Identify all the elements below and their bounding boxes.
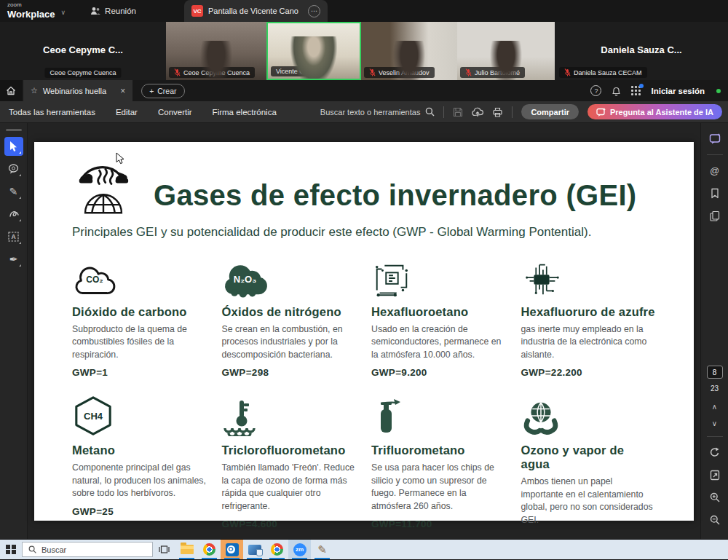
ai-chat-icon (596, 108, 606, 117)
gas-card-hexafluoruro: Hexafluoruro de azufre gas inerte muy em… (521, 257, 657, 378)
file-explorer-button[interactable] (175, 540, 198, 559)
ai-sparkle-chat-icon (709, 133, 721, 144)
next-page-button[interactable]: ∨ (705, 417, 724, 430)
at-comment-icon: @ (710, 165, 719, 176)
outlook-icon (226, 543, 239, 556)
participant-tile[interactable]: Veselin Arnaudov (361, 22, 457, 80)
draw-tool-button[interactable] (4, 205, 23, 224)
mic-muted-icon (174, 68, 181, 76)
participant-tile[interactable]: Julio Bartolomé (457, 22, 555, 80)
zoom-out-icon (710, 515, 720, 525)
acrobat-toolbar: Todas las herramientas Editar Convertir … (0, 101, 728, 123)
zoom-app-button[interactable]: zm (288, 540, 311, 559)
gas-title: Hexafluoruro de azufre (521, 305, 657, 319)
close-tab-icon[interactable]: × (120, 86, 125, 96)
previous-page-button[interactable]: ∧ (705, 400, 724, 413)
select-tool-button[interactable] (4, 137, 23, 156)
acrobat-tab-bar: ☆ Webinarios huella × + Crear ? Iniciar … (0, 80, 728, 101)
workplace-logo-text: Workplace (7, 9, 55, 20)
tab-options-icon[interactable]: ⋯ (308, 5, 320, 17)
edit-text-tool-button[interactable]: A (4, 227, 23, 246)
remote-desktop-button[interactable] (243, 540, 266, 559)
print-icon[interactable] (492, 107, 503, 117)
meeting-tab[interactable]: Reunión (90, 7, 136, 15)
participant-tile-active-speaker[interactable]: Vicente Cano (266, 22, 361, 80)
ch4-formula: CH4 (84, 411, 103, 422)
star-icon[interactable]: ☆ (31, 86, 38, 95)
gas-description: Subproducto de la quema de combustibles … (72, 323, 207, 361)
outlook-button[interactable] (221, 540, 243, 559)
menu-all-tools[interactable]: Todas las herramientas (9, 108, 95, 117)
rail-drag-handle[interactable] (6, 129, 22, 131)
start-button[interactable] (0, 540, 22, 559)
current-page-input[interactable]: 8 (707, 366, 723, 379)
greenhouse-effect-icon (72, 162, 135, 215)
taskbar-search-input[interactable]: Buscar (22, 542, 153, 557)
create-button[interactable]: + Crear (141, 84, 184, 98)
chrome-button[interactable] (198, 540, 221, 559)
gas-card-co2: CO₂ Dióxido de carbono Subproducto de la… (72, 257, 207, 378)
chevron-down-icon[interactable]: ∨ (61, 9, 66, 16)
gwp-value: GWP=22.200 (521, 367, 657, 378)
menu-convert[interactable]: Convertir (158, 108, 192, 117)
gas-card-triclorofluorometano: Triclorofluorometano También llamado 'Fr… (222, 395, 357, 532)
pen-app-button[interactable]: ✎ (311, 540, 333, 559)
gas-description: gas inerte muy empleado en la industria … (521, 323, 657, 361)
microchip-icon (521, 261, 562, 298)
participant-tile[interactable]: Ceoe Cepyme C... Ceoe Cepyme Cuenca (0, 22, 166, 80)
gas-title: Óxidos de nitrógeno (222, 305, 357, 319)
participant-tile[interactable]: Ceoe Cepyme Cuenca (166, 22, 266, 80)
bookmarks-panel-button[interactable] (705, 184, 724, 202)
comment-tool-button[interactable] (4, 159, 23, 178)
comments-panel-button[interactable]: @ (705, 161, 724, 180)
share-tab-label: Pantalla de Vicente Cano (208, 7, 298, 15)
task-view-button[interactable] (153, 540, 175, 559)
gwp-value: GWP=9.200 (371, 367, 507, 378)
participant-tag-label: Daniela Sauza CECAM (574, 69, 642, 76)
fit-page-button[interactable] (705, 465, 724, 484)
zoom-in-button[interactable] (705, 488, 724, 507)
notifications-bell-icon[interactable] (612, 86, 621, 96)
participant-name-tag: Julio Bartolomé (460, 67, 525, 78)
menu-edit[interactable]: Editar (116, 108, 138, 117)
apps-grid-icon[interactable] (631, 86, 641, 95)
participant-tag-label: Julio Bartolomé (475, 69, 520, 76)
gwp-value: GWP=298 (222, 367, 357, 378)
participant-name-tag: Ceoe Cepyme Cuenca (169, 67, 255, 78)
rotate-page-button[interactable] (705, 443, 724, 462)
gas-title: Trifluorometano (371, 443, 507, 457)
people-icon (90, 7, 100, 15)
share-button[interactable]: Compartir (521, 104, 579, 119)
participant-tile[interactable]: Daniela Sauza C... Daniela Sauza CECAM (555, 22, 728, 80)
cloud-upload-icon[interactable] (472, 107, 483, 117)
current-page-number: 8 (713, 368, 717, 376)
screen-share-tab[interactable]: VC Pantalla de Vicente Cano ⋯ (184, 0, 328, 22)
gwp-value: GWP=11.700 (371, 518, 507, 529)
help-icon[interactable]: ? (590, 85, 601, 96)
gas-description: Se usa para hacer los chips de silicio y… (371, 462, 507, 513)
divider (512, 106, 513, 118)
remote-desktop-icon (248, 545, 261, 555)
gas-description: También llamado 'Freón'. Reduce la capa … (222, 462, 357, 513)
document-viewport[interactable]: Gases de efecto invernadero (GEI) Princi… (28, 123, 700, 539)
search-icon (28, 545, 36, 553)
pages-panel-button[interactable] (705, 206, 724, 225)
chrome-secondary-button[interactable] (266, 540, 288, 559)
gas-card-n2o: N₂O₃ Óxidos de nitrógeno Se crean en la … (222, 257, 357, 378)
search-tools-button[interactable]: Buscar texto o herramientas (320, 107, 435, 117)
menu-esign[interactable]: Firma electrónica (213, 108, 277, 117)
home-icon (6, 86, 16, 95)
sign-in-button[interactable]: Iniciar sesión (651, 87, 705, 95)
participant-name-tag: Daniela Sauza CECAM (559, 67, 647, 78)
zoom-out-button[interactable] (705, 510, 724, 529)
sign-tool-button[interactable]: ✒ (4, 250, 23, 269)
ai-assistant-panel-button[interactable] (705, 129, 724, 148)
gas-card-trifluorometano: Trifluorometano Se usa para hacer los ch… (371, 395, 507, 532)
divider (443, 106, 444, 118)
gas-title: Dióxido de carbono (72, 305, 207, 319)
search-icon (425, 107, 435, 117)
document-tab[interactable]: ☆ Webinarios huella × (23, 80, 132, 101)
home-button[interactable] (0, 80, 22, 101)
ai-assistant-button[interactable]: Pregunta al Asistente de IA (587, 104, 722, 119)
highlight-tool-button[interactable]: ✎ (4, 182, 23, 201)
